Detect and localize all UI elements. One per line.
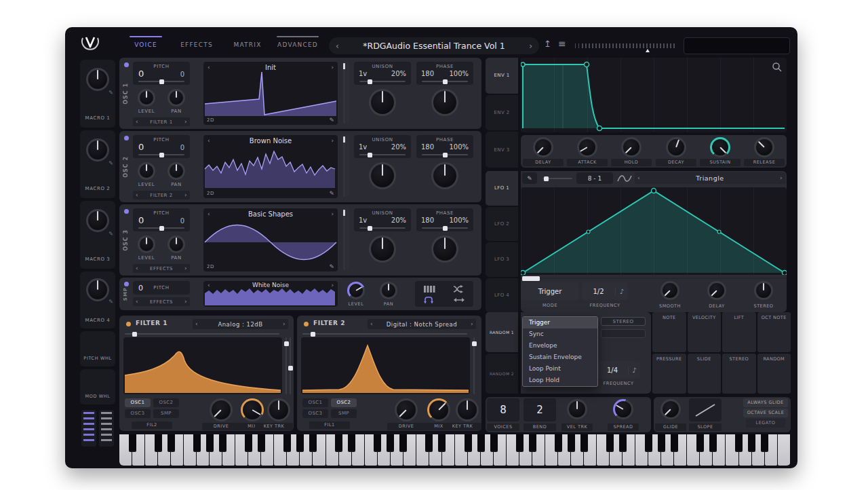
macro3-edit-icon[interactable]: ✎ — [108, 231, 113, 237]
menu-item-sustain-envelope[interactable]: Sustain Envelope — [523, 352, 597, 363]
osc2-waveform-display[interactable]: ‹ Brown Noise › 2D ✎ — [203, 135, 338, 198]
preset-name[interactable]: *RDGAudio Essential Trance Vol 1 — [339, 41, 529, 51]
filter2-chain[interactable]: FIL1 — [309, 421, 350, 429]
filter1-power-indicator[interactable] — [126, 322, 131, 326]
tab-effects[interactable]: EFFECTS — [179, 41, 214, 48]
octave-scale-toggle[interactable]: OCTAVE SCALE — [743, 409, 788, 417]
lfo-grid-selector[interactable]: 8 - 1 — [576, 172, 613, 184]
glide-knob[interactable] — [660, 399, 681, 419]
unison-voices[interactable]: 1v — [359, 216, 367, 224]
vel-trk-knob[interactable] — [567, 399, 587, 419]
piano-black-key[interactable] — [761, 434, 768, 452]
always-glide-toggle[interactable]: ALWAYS GLIDE — [743, 398, 788, 407]
spread-knob[interactable] — [613, 399, 633, 419]
piano-black-key[interactable] — [555, 434, 562, 452]
osc2-level-knob[interactable] — [138, 162, 155, 180]
loop-icon[interactable] — [423, 295, 434, 304]
filter2-power-indicator[interactable] — [304, 322, 309, 326]
piano-black-key[interactable] — [477, 434, 485, 452]
piano-black-key[interactable] — [374, 434, 381, 452]
piano-black-key[interactable] — [438, 434, 446, 452]
osc3-level-knob[interactable] — [138, 235, 155, 253]
shuffle-icon[interactable] — [453, 285, 464, 293]
unison-detune[interactable]: 20% — [391, 143, 406, 151]
tab-voice[interactable]: VOICE — [130, 41, 162, 48]
unison-detune[interactable]: 20% — [391, 216, 406, 224]
osc2-pan-knob[interactable] — [167, 162, 185, 180]
mod-source-random[interactable]: RANDOM — [757, 354, 791, 394]
osc3-pan-knob[interactable] — [167, 235, 185, 253]
filter1-top-slider-handle[interactable] — [132, 332, 137, 337]
env-sustain-knob[interactable] — [710, 137, 730, 157]
mini-meter-left[interactable] — [81, 410, 96, 447]
mod-source-velocity[interactable]: VELOCITY — [688, 312, 722, 352]
view-mode-toggle[interactable]: 2D — [207, 264, 214, 269]
lfo-shape-selector[interactable]: ‹ Triangle › — [635, 172, 785, 184]
chevron-right-icon[interactable]: › — [471, 321, 473, 327]
tab-env3[interactable]: ENV 3 — [486, 132, 518, 168]
piano-black-key[interactable] — [709, 434, 717, 452]
osc2-unison-box[interactable]: UNISON 1v 20% — [354, 135, 411, 158]
tab-env1[interactable]: ENV 1 — [486, 58, 518, 94]
osc3-phase-box[interactable]: PHASE 180 100% — [416, 208, 473, 231]
transpose-value[interactable]: 0 — [138, 142, 144, 152]
tab-matrix[interactable]: MATRIX — [231, 41, 264, 48]
mod-source-stereo[interactable]: STEREO — [722, 354, 756, 394]
osc3-routing-selector[interactable]: ‹ EFFECTS › — [133, 264, 190, 273]
chevron-right-icon[interactable]: › — [184, 192, 187, 198]
tune-value[interactable]: 0 — [180, 144, 184, 151]
piano-black-key[interactable] — [645, 434, 652, 452]
piano-black-key[interactable] — [580, 434, 588, 452]
osc2-phase-box[interactable]: PHASE 180 100% — [416, 135, 473, 158]
filter1-cutoff-slider-handle[interactable] — [284, 341, 289, 346]
osc3-unison-knob[interactable] — [369, 235, 396, 263]
lfo-display[interactable] — [521, 187, 787, 275]
tab-lfo4[interactable]: LFO 4 — [486, 278, 518, 313]
filter1-chain[interactable]: FIL2 — [132, 421, 172, 429]
env-attack-knob[interactable] — [577, 137, 597, 157]
filter2-input-smp[interactable]: SMP — [331, 409, 357, 418]
mod-wheel[interactable]: MOD WHL — [80, 369, 115, 404]
tab-env2[interactable]: ENV 2 — [486, 95, 518, 131]
unison-slider-handle[interactable] — [368, 153, 372, 157]
piano-black-key[interactable] — [348, 434, 355, 452]
tab-lfo2[interactable]: LFO 2 — [486, 207, 518, 242]
note-icon[interactable]: ♪ — [615, 288, 628, 295]
unison-detune[interactable]: 20% — [391, 70, 406, 77]
filter2-response-display[interactable] — [301, 337, 470, 394]
osc1-waveform-display[interactable]: ‹ Init › 2D ✎ — [203, 62, 338, 125]
osc1-routing-selector[interactable]: ‹ FILTER 1 › — [133, 117, 190, 126]
osc1-phase-knob[interactable] — [431, 89, 458, 116]
mod-source-slide[interactable]: SLIDE — [688, 354, 722, 394]
filter2-top-slider-handle[interactable] — [311, 332, 315, 337]
lfo-smooth-knob[interactable] — [660, 281, 679, 300]
filter2-input-osc1[interactable]: OSC1 — [302, 398, 328, 407]
tune-value[interactable]: 0 — [180, 217, 184, 225]
piano-black-key[interactable] — [155, 434, 162, 452]
smp-routing-selector[interactable]: ‹ EFFECTS › — [133, 297, 190, 306]
unison-slider-handle[interactable] — [368, 226, 372, 231]
pitch-slider-handle[interactable] — [159, 226, 164, 231]
phase-rand[interactable]: 100% — [449, 216, 469, 224]
menu-item-loop-point[interactable]: Loop Point — [523, 363, 597, 375]
env-display[interactable] — [521, 58, 787, 132]
lfo-stereo-knob[interactable] — [754, 281, 773, 300]
random-frequency-box[interactable]: 1/4 ♪ — [597, 361, 640, 379]
wave-edit-icon[interactable]: ✎ — [329, 263, 334, 270]
unison-voices[interactable]: 1v — [359, 143, 367, 151]
phase-value[interactable]: 180 — [421, 143, 434, 151]
piano-black-key[interactable] — [335, 434, 342, 452]
piano-black-key[interactable] — [516, 434, 524, 452]
phase-value[interactable]: 180 — [421, 70, 434, 77]
piano-black-key[interactable] — [219, 434, 226, 452]
piano-black-key[interactable] — [619, 434, 627, 452]
osc2-routing-selector[interactable]: ‹ FILTER 2 › — [133, 191, 190, 200]
lfo-edit-button[interactable]: ✎ — [522, 172, 537, 184]
filter2-drive-knob[interactable] — [395, 398, 418, 421]
tab-lfo3[interactable]: LFO 3 — [486, 242, 518, 277]
macro1-knob[interactable] — [86, 68, 109, 91]
chevron-right-icon[interactable]: › — [780, 175, 783, 181]
phase-slider-handle[interactable] — [443, 79, 448, 84]
smp-pan-knob[interactable] — [380, 282, 397, 299]
mod-source-pressure[interactable]: PRESSURE — [652, 354, 686, 394]
